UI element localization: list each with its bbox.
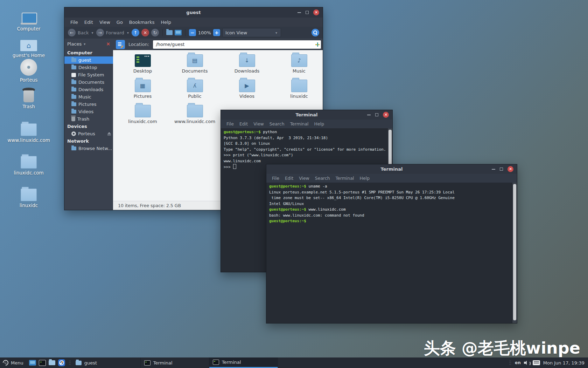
menu-item-search[interactable]: Search bbox=[313, 175, 332, 182]
desktop-icon-trash[interactable]: Trash bbox=[6, 85, 51, 109]
panel-handle[interactable] bbox=[507, 361, 512, 365]
taskbar-task-guest[interactable]: guest bbox=[72, 357, 141, 368]
sidebar-item-file-system[interactable]: File System bbox=[64, 71, 113, 79]
menu-item-search[interactable]: Search bbox=[267, 120, 287, 128]
forward-label[interactable]: Forward bbox=[106, 30, 124, 35]
forward-dropdown-icon[interactable]: ▾ bbox=[127, 31, 129, 35]
minimize-icon[interactable] bbox=[492, 169, 495, 170]
menu-item-help[interactable]: Help bbox=[358, 175, 372, 182]
menu-item-terminal[interactable]: Terminal bbox=[334, 175, 356, 182]
home-folder-icon[interactable] bbox=[166, 30, 173, 35]
menu-item-view[interactable]: View bbox=[251, 120, 266, 128]
chevron-down-icon[interactable]: ▾ bbox=[84, 42, 85, 46]
forward-icon[interactable]: → bbox=[96, 29, 104, 36]
scrollbar-thumb[interactable] bbox=[513, 184, 516, 320]
terminal-window-2: Terminal ✕ FileEditViewSearchTerminalHel… bbox=[266, 164, 517, 323]
file-item-linuxidc[interactable]: linuxidc bbox=[273, 80, 323, 105]
sidebar-item-browse-netw-[interactable]: Browse Netw... bbox=[64, 145, 113, 152]
close-icon[interactable]: ✕ bbox=[383, 112, 389, 118]
folder-icon bbox=[187, 105, 203, 117]
menu-item-bookmarks[interactable]: Bookmarks bbox=[127, 19, 157, 26]
close-icon[interactable]: ✕ bbox=[313, 9, 319, 15]
desktop-icon-computer[interactable]: Computer bbox=[6, 7, 51, 32]
menu-item-file[interactable]: File bbox=[224, 120, 236, 128]
edit-location-icon[interactable] bbox=[116, 40, 125, 49]
maximize-icon[interactable] bbox=[375, 113, 378, 116]
fm-titlebar[interactable]: guest ✕ bbox=[64, 7, 323, 18]
menu-item-help[interactable]: Help bbox=[312, 120, 327, 128]
file-item-downloads[interactable]: ↓Downloads bbox=[221, 54, 273, 80]
sidebar-item-videos[interactable]: Videos bbox=[64, 108, 113, 115]
keyboard-layout-indicator[interactable]: en bbox=[515, 360, 521, 365]
launcher-terminal-icon[interactable] bbox=[39, 360, 46, 366]
scrollbar[interactable] bbox=[512, 183, 517, 323]
sidebar-item-music[interactable]: Music bbox=[64, 93, 113, 101]
menu-item-terminal[interactable]: Terminal bbox=[288, 120, 311, 128]
menu-item-edit[interactable]: Edit bbox=[82, 19, 96, 26]
task-label: Terminal bbox=[153, 360, 173, 366]
desktop-icon-porteus[interactable]: Porteus bbox=[6, 58, 51, 83]
file-item-desktop[interactable]: Desktop bbox=[117, 54, 169, 80]
refresh-icon[interactable]: ↻ bbox=[151, 29, 159, 36]
desktop-shortcut-icon[interactable] bbox=[175, 30, 182, 35]
maximize-icon[interactable] bbox=[500, 168, 503, 171]
menu-item-file[interactable]: File bbox=[270, 175, 281, 182]
zoom-out-icon[interactable]: − bbox=[189, 29, 196, 36]
minimize-icon[interactable] bbox=[367, 115, 371, 115]
maximize-icon[interactable] bbox=[306, 11, 309, 14]
close-icon[interactable]: ✕ bbox=[507, 166, 513, 172]
file-item-linuxidc-com[interactable]: linuxidc.com bbox=[117, 105, 169, 130]
taskbar-task-terminal[interactable]: Terminal bbox=[141, 357, 209, 368]
menu-item-help[interactable]: Help bbox=[158, 19, 174, 26]
launcher-browser-icon[interactable] bbox=[58, 359, 65, 366]
file-item-music[interactable]: ♪Music bbox=[273, 54, 323, 80]
sidebar-item-porteus[interactable]: Porteus bbox=[64, 130, 113, 137]
close-sidebar-icon[interactable]: × bbox=[106, 41, 110, 47]
desktop-icon-www-linuxidc-com[interactable]: www.linuxidc.com bbox=[6, 118, 51, 143]
back-label[interactable]: Back bbox=[78, 30, 89, 35]
view-mode-dropdown[interactable]: Icon View ▾ bbox=[222, 28, 281, 37]
up-icon[interactable]: ↑ bbox=[132, 29, 139, 36]
keyboard-icon[interactable] bbox=[533, 360, 540, 365]
back-icon[interactable]: ← bbox=[68, 29, 76, 36]
file-item-videos[interactable]: ▶Videos bbox=[221, 80, 273, 105]
desktop-icon-linuxidc-com[interactable]: linuxidc.com bbox=[6, 151, 51, 176]
back-dropdown-icon[interactable]: ▾ bbox=[92, 31, 93, 35]
taskbar-task-terminal-active[interactable]: Terminal bbox=[209, 357, 278, 368]
sidebar-item-desktop[interactable]: Desktop bbox=[64, 64, 113, 71]
menu-item-edit[interactable]: Edit bbox=[237, 120, 250, 128]
menu-item-edit[interactable]: Edit bbox=[283, 175, 295, 182]
desktop-icon-linuxidc[interactable]: linuxidc bbox=[6, 184, 51, 208]
launcher-files-icon[interactable] bbox=[49, 360, 55, 365]
file-item-pictures[interactable]: ▦Pictures bbox=[117, 80, 169, 105]
menu-item-file[interactable]: File bbox=[68, 19, 80, 26]
terminal1-titlebar[interactable]: Terminal ✕ bbox=[221, 110, 392, 120]
menu-button[interactable]: Menu bbox=[0, 357, 27, 368]
sidebar-item-trash[interactable]: Trash bbox=[64, 115, 113, 123]
places-header[interactable]: Places ▾ × bbox=[64, 39, 113, 49]
eject-icon[interactable] bbox=[107, 132, 111, 135]
panel-handle[interactable] bbox=[67, 361, 71, 365]
add-bookmark-icon[interactable] bbox=[315, 42, 320, 47]
menu-item-view[interactable]: View bbox=[297, 175, 312, 182]
search-icon[interactable] bbox=[312, 29, 319, 36]
stop-icon[interactable]: ✕ bbox=[141, 29, 149, 36]
sidebar-item-documents[interactable]: Documents bbox=[64, 79, 113, 86]
file-item-public[interactable]: ʎPublic bbox=[169, 80, 221, 105]
volume-icon[interactable] bbox=[524, 360, 530, 365]
file-item-www-linuxidc-com[interactable]: www.linuxidc.com bbox=[169, 105, 221, 130]
menu-item-view[interactable]: View bbox=[97, 19, 113, 26]
sidebar-item-downloads[interactable]: Downloads bbox=[64, 86, 113, 93]
minimize-icon[interactable] bbox=[298, 12, 301, 13]
sidebar-item-guest[interactable]: guest bbox=[64, 56, 113, 64]
sidebar-item-pictures[interactable]: Pictures bbox=[64, 101, 113, 108]
file-item-label: Documents bbox=[182, 68, 208, 74]
desktop-icon-guest-s-home[interactable]: ⌂guest's Home bbox=[6, 34, 51, 58]
launcher-display-icon[interactable] bbox=[29, 360, 36, 366]
menu-item-go[interactable]: Go bbox=[114, 19, 125, 26]
location-input[interactable] bbox=[153, 40, 321, 49]
file-item-documents[interactable]: ▤Documents bbox=[169, 54, 221, 80]
zoom-in-icon[interactable]: + bbox=[213, 29, 220, 36]
terminal2-titlebar[interactable]: Terminal ✕ bbox=[266, 164, 517, 174]
clock[interactable]: Mon Jun 17, 19:39 bbox=[543, 360, 584, 366]
